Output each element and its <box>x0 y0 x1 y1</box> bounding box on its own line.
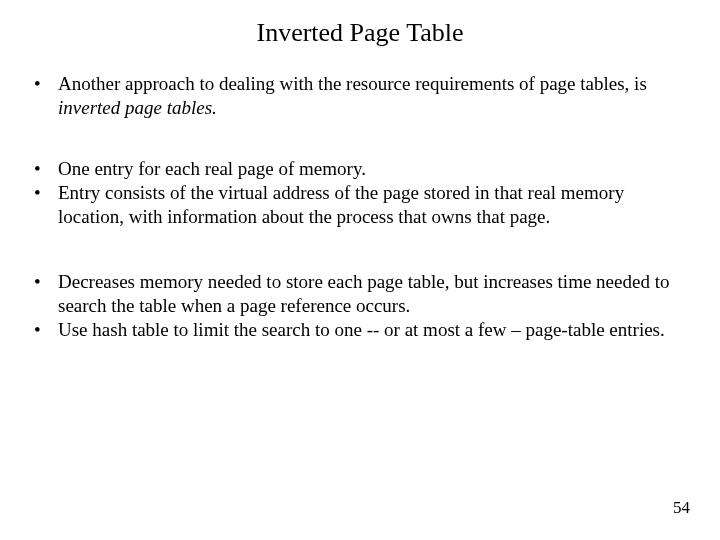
bullet-text: One entry for each real page of memory. <box>58 158 366 179</box>
page-number: 54 <box>673 498 690 518</box>
bullet-list: Decreases memory needed to store each pa… <box>28 270 692 343</box>
bullet-text: Decreases memory needed to store each pa… <box>58 271 669 316</box>
bullet-list: One entry for each real page of memory. … <box>28 157 692 230</box>
bullet-text: Another approach to dealing with the res… <box>58 73 647 94</box>
bullet-item: One entry for each real page of memory. <box>28 157 692 181</box>
slide-title: Inverted Page Table <box>28 18 692 48</box>
bullet-item: Use hash table to limit the search to on… <box>28 318 692 342</box>
bullet-list: Another approach to dealing with the res… <box>28 72 692 121</box>
bullet-item: Decreases memory needed to store each pa… <box>28 270 692 319</box>
bullet-emphasis: inverted page tables. <box>58 97 217 118</box>
slide: Inverted Page Table Another approach to … <box>0 0 720 343</box>
spacer <box>28 121 692 157</box>
bullet-text: Use hash table to limit the search to on… <box>58 319 665 340</box>
bullet-item: Entry consists of the virtual address of… <box>28 181 692 230</box>
bullet-text: Entry consists of the virtual address of… <box>58 182 624 227</box>
spacer <box>28 230 692 270</box>
bullet-item: Another approach to dealing with the res… <box>28 72 692 121</box>
